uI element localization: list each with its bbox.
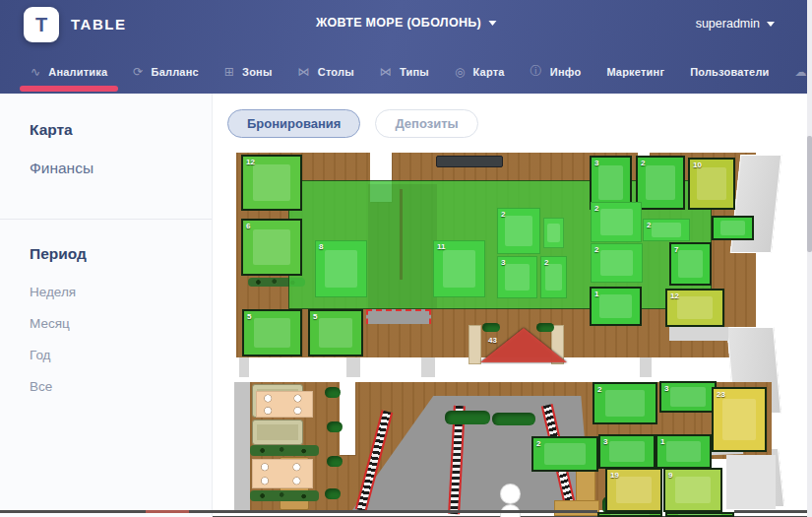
tab-label: Столы bbox=[318, 66, 354, 78]
map-table-triangle[interactable]: 43 bbox=[480, 328, 567, 362]
tab-label: Типы bbox=[400, 66, 429, 78]
tab-info[interactable]: ⓘИнфо bbox=[518, 63, 594, 80]
plant bbox=[492, 413, 535, 425]
map-table-2[interactable]: 2 bbox=[540, 256, 567, 298]
map-table-11[interactable]: 11 bbox=[433, 240, 485, 297]
map-table-6[interactable]: 6 bbox=[241, 219, 302, 276]
tab-label: Зоны bbox=[242, 66, 272, 78]
map-table[interactable] bbox=[597, 512, 662, 517]
plant bbox=[327, 421, 343, 432]
wall-fragment bbox=[340, 382, 355, 455]
map-table[interactable] bbox=[665, 512, 734, 517]
map-table-1[interactable]: 1 bbox=[656, 434, 712, 469]
map-table-2[interactable]: 2 bbox=[593, 382, 657, 424]
sidebar-item-map[interactable]: Карта bbox=[0, 121, 212, 139]
bookings-label: Бронирования bbox=[247, 116, 341, 131]
tab-balance[interactable]: ⟳Балланс bbox=[120, 65, 212, 79]
map-table-2[interactable]: 2 bbox=[531, 436, 598, 472]
period-option-year[interactable]: Год bbox=[0, 348, 212, 362]
types-icon: ⋈ bbox=[380, 65, 392, 79]
tab-tables[interactable]: ⋈Столы bbox=[285, 65, 367, 79]
table-number: 2 bbox=[597, 385, 601, 394]
table-number: 8 bbox=[319, 242, 323, 251]
map-table-8[interactable]: 8 bbox=[315, 240, 367, 297]
map-table-1[interactable]: 1 bbox=[590, 287, 642, 326]
bottom-scrollbar-thumb[interactable] bbox=[146, 510, 189, 513]
venue-selector[interactable]: ЖОВТЕ МОРЕ (ОБОЛОНЬ) bbox=[316, 16, 496, 30]
brand-name: TABLE bbox=[71, 16, 126, 32]
tab-users[interactable]: Пользователи bbox=[677, 66, 781, 78]
tab-marketing[interactable]: Маркетинг bbox=[593, 66, 677, 78]
chevron-down-icon bbox=[767, 22, 775, 31]
wall-fragment bbox=[640, 357, 652, 377]
map-table-5[interactable]: 5 bbox=[242, 309, 302, 356]
header-top-row: T TABLE ЖОВТЕ МОРЕ (ОБОЛОНЬ) superadmin bbox=[0, 0, 812, 49]
map-table-5[interactable]: 5 bbox=[308, 309, 363, 356]
table-number: 2 bbox=[536, 439, 540, 448]
map-table[interactable] bbox=[712, 216, 754, 240]
table-number: 6 bbox=[246, 222, 250, 230]
tab-label: Аналитика bbox=[48, 66, 107, 78]
map-table-3[interactable]: 3 bbox=[497, 256, 537, 298]
plant bbox=[325, 387, 341, 398]
analytics-icon: ∿ bbox=[31, 65, 40, 79]
bookings-button[interactable]: Бронирования bbox=[227, 109, 360, 138]
tab-map[interactable]: ◎Карта bbox=[442, 65, 518, 79]
vertical-scrollbar-thumb[interactable] bbox=[807, 136, 812, 252]
map-table-12[interactable]: 12 bbox=[241, 155, 302, 211]
table-number: 9 bbox=[668, 471, 672, 480]
triangle-shape bbox=[480, 328, 567, 362]
map-table-10[interactable]: 10 bbox=[688, 158, 735, 210]
table-number: 5 bbox=[247, 312, 251, 321]
tab-analytics[interactable]: ∿Аналитика bbox=[18, 65, 120, 79]
view-toggle: Бронирования Депозиты bbox=[227, 109, 478, 138]
table-number: 3 bbox=[501, 258, 505, 267]
table-number: 3 bbox=[664, 384, 668, 393]
map-table-2[interactable]: 2 bbox=[636, 156, 685, 210]
map-table-2[interactable]: 2 bbox=[497, 208, 540, 254]
sidebar-divider bbox=[0, 219, 212, 220]
sidebar-item-finances[interactable]: Финансы bbox=[0, 160, 212, 177]
table-number: 23 bbox=[717, 390, 725, 399]
walkway bbox=[368, 184, 437, 308]
tv-screen bbox=[436, 156, 503, 167]
map-table-19[interactable]: 19 bbox=[605, 468, 662, 512]
tab-zones[interactable]: ⊞Зоны bbox=[212, 65, 285, 79]
bottom-scrollbar-track[interactable] bbox=[734, 510, 812, 513]
dining-table bbox=[252, 459, 313, 488]
nav-tabs: ∿Аналитика⟳Балланс⊞Зоны⋈Столы⋈Типы◎Карта… bbox=[0, 49, 812, 94]
bottom-scrollbar-track[interactable] bbox=[0, 510, 597, 513]
map-table[interactable] bbox=[543, 218, 564, 248]
table-number: 19 bbox=[610, 471, 619, 480]
map-table-9[interactable]: 9 bbox=[663, 468, 722, 512]
map-table-3[interactable]: 3 bbox=[659, 381, 717, 413]
venue-name: ЖОВТЕ МОРЕ (ОБОЛОНЬ) bbox=[316, 16, 481, 30]
table-number: 3 bbox=[594, 159, 598, 167]
map-table-12[interactable]: 12 bbox=[665, 289, 724, 327]
tab-label: Балланс bbox=[152, 66, 199, 78]
map-table-23[interactable]: 23 bbox=[712, 387, 767, 452]
period-option-month[interactable]: Месяц bbox=[0, 316, 212, 331]
table-number: 10 bbox=[693, 161, 702, 169]
user-menu[interactable]: superadmin bbox=[696, 17, 775, 31]
cloud-icon: ☁ bbox=[795, 65, 807, 79]
period-option-all[interactable]: Все bbox=[0, 379, 212, 394]
map-table-7[interactable]: 7 bbox=[669, 242, 712, 286]
map-table-2[interactable]: 2 bbox=[643, 219, 690, 241]
wall-fragment bbox=[346, 357, 360, 377]
map-table-3[interactable]: 3 bbox=[598, 434, 656, 469]
wall-fragment bbox=[726, 455, 776, 509]
wall-fragment bbox=[239, 357, 249, 377]
deposits-button[interactable]: Депозиты bbox=[375, 109, 477, 138]
vertical-scrollbar-track[interactable] bbox=[807, 0, 812, 517]
period-option-week[interactable]: Неделя bbox=[0, 285, 212, 299]
table-number: 43 bbox=[488, 336, 497, 345]
plant bbox=[325, 488, 341, 499]
info-icon: ⓘ bbox=[531, 63, 542, 80]
period-section-title: Период bbox=[0, 245, 212, 263]
plant-hedge bbox=[250, 445, 319, 456]
tab-types[interactable]: ⋈Типы bbox=[367, 65, 442, 79]
map-table-2[interactable]: 2 bbox=[591, 243, 643, 283]
tables-icon: ⋈ bbox=[298, 65, 310, 79]
map-table-2[interactable]: 2 bbox=[591, 202, 642, 242]
